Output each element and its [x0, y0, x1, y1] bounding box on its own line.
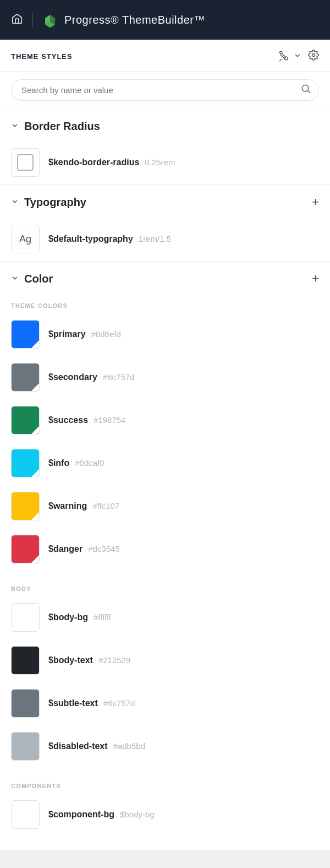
swatch-corner: [31, 555, 39, 563]
border-radius-chevron-icon: [11, 122, 19, 131]
swatch-corner: [31, 821, 39, 828]
subtle-text-swatch: [11, 689, 40, 718]
swatch-corner: [31, 426, 39, 434]
body-text-item[interactable]: $body-text #212529: [0, 639, 330, 682]
typography-swatch: Ag: [11, 225, 40, 253]
body-text-value: #212529: [98, 655, 130, 665]
header-action-group: [278, 50, 319, 63]
subtle-text-item[interactable]: $subtle-text #6c757d: [0, 682, 330, 725]
search-icon: [300, 83, 311, 97]
border-radius-section: Border Radius $kendo-border-radius 0.25r…: [0, 110, 330, 185]
swatch-corner: [31, 623, 39, 631]
border-radius-collapse-header[interactable]: Border Radius: [0, 110, 330, 142]
theme-colors-label: THEME COLORS: [0, 295, 330, 313]
bottom-padding: [0, 837, 330, 850]
swatch-corner: [31, 469, 39, 477]
warning-color-swatch: [11, 492, 40, 520]
disabled-text-name: $disabled-text: [48, 741, 108, 751]
swatch-corner: [31, 512, 39, 520]
border-radius-swatch: [11, 148, 40, 177]
home-icon[interactable]: [11, 13, 23, 28]
primary-color-item[interactable]: $primary #0d6efd: [0, 313, 330, 356]
danger-color-item[interactable]: $danger #dc3545: [0, 528, 330, 571]
svg-line-5: [308, 91, 310, 93]
info-value: #0dcaf0: [75, 458, 104, 468]
danger-name-value: $danger #dc3545: [48, 544, 120, 554]
border-radius-name: $kendo-border-radius: [48, 158, 139, 167]
paint-dropdown-chevron[interactable]: [294, 52, 301, 61]
app-title: Progress® ThemeBuilder™: [64, 14, 205, 26]
swatch-corner: [31, 340, 39, 348]
body-bg-swatch: [11, 603, 40, 632]
disabled-text-value: #adb5bd: [113, 741, 145, 751]
color-chevron-icon: [11, 274, 19, 284]
typography-name: $default-typography: [48, 234, 133, 244]
app-header: Progress® ThemeBuilder™: [0, 0, 330, 40]
primary-color-swatch: [11, 320, 40, 349]
info-color-item[interactable]: $info #0dcaf0: [0, 442, 330, 485]
theme-styles-title: THEME STYLES: [11, 52, 73, 61]
warning-name: $warning: [48, 501, 87, 511]
border-radius-value: 0.25rem: [145, 158, 175, 167]
color-collapse-left: Color: [11, 273, 53, 285]
body-bg-name: $body-bg: [48, 612, 88, 622]
subtle-text-name: $subtle-text: [48, 698, 98, 708]
svg-point-4: [302, 85, 309, 91]
typography-label: Typography: [24, 196, 86, 209]
component-bg-value: $body-bg: [120, 810, 155, 819]
primary-name-value: $primary #0d6efd: [48, 329, 121, 339]
secondary-color-swatch: [11, 363, 40, 392]
logo: Progress® ThemeBuilder™: [41, 11, 205, 29]
body-bg-name-value: $body-bg #ffffff: [48, 612, 111, 622]
settings-button[interactable]: [308, 50, 319, 63]
search-container: [0, 72, 330, 110]
body-text-name: $body-text: [48, 655, 93, 665]
typography-collapse-header[interactable]: Typography +: [0, 185, 330, 218]
border-radius-label: Border Radius: [24, 120, 100, 133]
swatch-corner: [31, 752, 39, 760]
typography-item[interactable]: Ag $default-typography 1rem/1.5: [0, 218, 330, 261]
secondary-color-item[interactable]: $secondary #6c757d: [0, 356, 330, 399]
swatch-corner: [31, 666, 39, 674]
body-bg-value: #ffffff: [94, 612, 111, 622]
disabled-text-name-value: $disabled-text #adb5bd: [48, 741, 145, 751]
warning-color-item[interactable]: $warning #ffc107: [0, 485, 330, 528]
danger-color-swatch: [11, 535, 40, 563]
info-name-value: $info #0dcaf0: [48, 458, 105, 468]
color-label: Color: [24, 273, 53, 285]
disabled-text-item[interactable]: $disabled-text #adb5bd: [0, 725, 330, 768]
info-color-swatch: [11, 449, 40, 478]
body-text-swatch: [11, 646, 40, 675]
border-radius-item[interactable]: $kendo-border-radius 0.25rem: [0, 142, 330, 185]
success-value: #198754: [94, 415, 125, 425]
disabled-text-swatch: [11, 732, 40, 761]
component-bg-item[interactable]: $component-bg $body-bg: [0, 794, 330, 837]
color-section: Color + THEME COLORS $primary #0d6efd $s…: [0, 262, 330, 850]
border-radius-info: $kendo-border-radius 0.25rem: [48, 158, 175, 167]
typography-value: 1rem/1.5: [139, 234, 171, 243]
success-color-swatch: [11, 406, 40, 435]
components-label: COMPONENTS: [0, 775, 330, 794]
secondary-value: #6c757d: [103, 372, 135, 382]
paint-bucket-button[interactable]: [278, 51, 289, 62]
typography-section: Typography + Ag $default-typography 1rem…: [0, 185, 330, 262]
subtle-text-value: #6c757d: [103, 698, 135, 708]
color-add-button[interactable]: +: [312, 272, 319, 286]
svg-point-3: [312, 54, 315, 57]
body-bg-item[interactable]: $body-bg #ffffff: [0, 596, 330, 639]
typography-add-button[interactable]: +: [312, 195, 319, 209]
swatch-corner: [31, 383, 39, 391]
main-panel: THEME STYLES: [0, 40, 330, 850]
color-collapse-header[interactable]: Color +: [0, 262, 330, 295]
typography-info: $default-typography 1rem/1.5: [48, 234, 171, 244]
subtle-text-name-value: $subtle-text #6c757d: [48, 698, 135, 708]
search-wrapper: [11, 79, 319, 101]
secondary-name-value: $secondary #6c757d: [48, 372, 135, 382]
border-radius-collapse-left: Border Radius: [11, 120, 100, 133]
secondary-name: $secondary: [48, 372, 97, 382]
success-color-item[interactable]: $success #198754: [0, 399, 330, 442]
search-input[interactable]: [11, 79, 319, 101]
typography-collapse-left: Typography: [11, 196, 86, 209]
success-name: $success: [48, 415, 88, 425]
success-name-value: $success #198754: [48, 415, 125, 425]
